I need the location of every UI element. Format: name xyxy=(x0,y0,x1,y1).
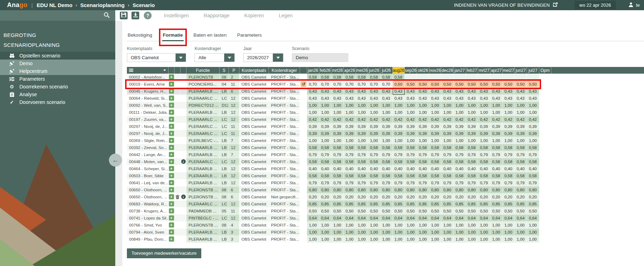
employee-name[interactable]: 00683 - Waldorp, R... xyxy=(127,200,168,208)
fte-cell-okt26[interactable]: 0,85 xyxy=(417,200,429,208)
fte-cell-mrt27[interactable]: 1,00 xyxy=(478,222,490,229)
fte-cell-jul27[interactable]: 0,50 xyxy=(527,208,539,215)
fte-cell-nov26[interactable]: 0,50 xyxy=(429,208,442,215)
fte-cell-dec26[interactable]: 0,58 xyxy=(441,158,454,165)
fte-cell-mrt27[interactable]: 0,50 xyxy=(478,81,490,88)
fte-cell-mei26[interactable]: 1,00 xyxy=(356,222,368,229)
fte-cell-dec26[interactable]: 1,00 xyxy=(441,222,454,229)
jaar-select[interactable]: 2026/2027 xyxy=(243,53,283,62)
fte-cell-jun27[interactable]: 0,79 xyxy=(515,179,527,186)
fte-cell-mrt27[interactable]: 1,00 xyxy=(478,236,490,243)
chevron-down-icon[interactable] xyxy=(176,54,186,62)
fte-cell-dec26[interactable]: 0,50 xyxy=(441,81,454,88)
fte-cell-jul27[interactable]: 1,00 xyxy=(527,137,539,144)
fte-cell-jul26[interactable]: 1,00 xyxy=(380,236,393,243)
fte-cell-jan26[interactable]: 0,64 xyxy=(307,215,319,222)
fte-cell-mrt27[interactable]: 0,40 xyxy=(478,165,490,172)
fte-cell-jul27[interactable]: 1,00 xyxy=(527,109,539,116)
tab-parameters[interactable]: Parameters xyxy=(237,30,263,41)
fte-cell-mei26[interactable]: 1,00 xyxy=(356,137,368,144)
fte-cell-jun27[interactable]: 1,00 xyxy=(515,109,527,116)
fte-cell-jun27[interactable]: 0,64 xyxy=(515,215,527,222)
fte-cell-apr27[interactable] xyxy=(490,74,503,81)
fte-cell-dec26[interactable]: 0,40 xyxy=(441,165,454,172)
fte-cell-nov26[interactable]: 0,50 xyxy=(429,81,442,88)
fte-cell-jan27[interactable]: 0,85 xyxy=(454,200,466,208)
fte-cell-sep26[interactable]: 0,50 xyxy=(405,81,417,88)
fte-cell-jul27[interactable]: 0,58 xyxy=(527,158,539,165)
feedback-link[interactable]: INDIENEN VAN VRAGEN OF BEVINDINGEN xyxy=(454,2,558,8)
menu-rapportage[interactable]: Rapportage xyxy=(204,13,229,18)
fte-cell-feb27[interactable] xyxy=(466,74,478,81)
fte-cell-mei26[interactable]: 0,79 xyxy=(356,179,368,186)
fte-cell-mei27[interactable]: 0,20 xyxy=(503,193,515,200)
fte-cell-mrt27[interactable]: 0,39 xyxy=(478,123,490,130)
fte-cell-sep26[interactable]: 0,64 xyxy=(405,215,417,222)
fte-cell-jul26[interactable]: 0,79 xyxy=(380,151,393,158)
fte-cell-jul27[interactable]: 0,80 xyxy=(527,186,539,193)
fte-cell-dec26[interactable]: 0,43 xyxy=(441,95,454,102)
fte-cell-apr26[interactable]: 0,58 xyxy=(344,144,356,151)
fte-cell-mrt26[interactable]: 0,43 xyxy=(331,95,344,102)
kostenplaats-select[interactable]: OBS Camelot xyxy=(127,53,186,62)
fte-cell-jul26[interactable]: 1,00 xyxy=(380,102,393,109)
fte-cell-mei27[interactable]: 1,00 xyxy=(503,222,515,229)
fte-cell-jan26[interactable]: 1,00 xyxy=(307,229,319,236)
fte-cell-jun26[interactable]: 0,42 xyxy=(368,116,380,123)
fte-cell-feb27[interactable]: 1,00 xyxy=(466,229,478,236)
fte-cell-mrt27[interactable]: 1,00 xyxy=(478,137,490,144)
fte-cell-nov26[interactable]: 1,00 xyxy=(429,109,442,116)
fte-cell-mrt26[interactable]: 0,64 xyxy=(331,215,344,222)
fte-cell-apr26[interactable]: 1,00 xyxy=(344,102,356,109)
fte-cell-sep26[interactable] xyxy=(405,74,417,81)
fte-cell-feb27[interactable]: 1,00 xyxy=(466,102,478,109)
fte-cell-sep26[interactable]: 0,40 xyxy=(405,165,417,172)
fte-cell-okt26[interactable]: 0,64 xyxy=(417,215,429,222)
fte-cell-nov26[interactable]: 1,00 xyxy=(429,137,442,144)
fte-cell-okt26[interactable]: 0,58 xyxy=(417,158,429,165)
fte-cell-apr27[interactable]: 1,00 xyxy=(490,137,503,144)
fte-cell-mei26[interactable]: 1,00 xyxy=(356,102,368,109)
fte-cell-jun26[interactable]: 0,43 xyxy=(368,88,380,95)
fte-cell-apr27[interactable]: 0,64 xyxy=(490,215,503,222)
employee-name[interactable]: 00111 - Dekker, Julia... xyxy=(127,109,168,116)
fte-cell-jun26[interactable]: 0,80 xyxy=(368,186,380,193)
fte-cell-apr27[interactable]: 0,58 xyxy=(490,172,503,179)
fte-cell-mrt27[interactable]: 0,80 xyxy=(478,186,490,193)
fte-cell-apr27[interactable]: 1,00 xyxy=(490,222,503,229)
fte-cell-jan26[interactable]: 0,43 xyxy=(307,95,319,102)
fte-cell-mrt27[interactable]: 0,79 xyxy=(478,179,490,186)
fte-cell-mei27[interactable]: 0,42 xyxy=(503,116,515,123)
fte-cell-apr26[interactable]: 0,42 xyxy=(344,116,356,123)
employee-name[interactable]: 00641 - Leij, van de... xyxy=(127,179,168,186)
fte-cell-jul27[interactable]: 0,85 xyxy=(527,200,539,208)
add-line-button[interactable]: + xyxy=(169,88,174,94)
fte-cell-nov26[interactable]: 0,80 xyxy=(429,186,442,193)
fte-cell-feb27[interactable]: 0,39 xyxy=(466,130,478,137)
fte-cell-jul26[interactable]: 0,58 xyxy=(380,74,393,81)
fte-cell-apr26[interactable]: 1,00 xyxy=(344,109,356,116)
fte-cell-dec26[interactable]: 1,00 xyxy=(441,229,454,236)
fte-cell-jan26[interactable]: 1,00 xyxy=(307,102,319,109)
fte-cell-aug26[interactable]: 1,00 xyxy=(393,236,405,243)
fte-cell-apr27[interactable]: 1,00 xyxy=(490,102,503,109)
fte-cell-mrt26[interactable]: 0,58 xyxy=(331,172,344,179)
fte-cell-feb27[interactable]: 0,50 xyxy=(466,208,478,215)
fte-cell-jul27[interactable]: 0,40 xyxy=(527,165,539,172)
tab-baten-en-lasten[interactable]: Baten en lasten xyxy=(193,30,227,41)
fte-cell-aug26[interactable]: 0,58 xyxy=(393,74,405,81)
fte-cell-apr26[interactable]: 0,58 xyxy=(344,158,356,165)
employee-name[interactable]: 00741 - Lopes da Sil... xyxy=(127,215,168,222)
fte-cell-feb26[interactable]: 0,64 xyxy=(319,215,332,222)
add-line-button[interactable]: + xyxy=(169,208,174,214)
fte-cell-sep26[interactable]: 0,79 xyxy=(405,179,417,186)
fte-cell-apr26[interactable]: 0,70 xyxy=(344,81,356,88)
fte-cell-okt26[interactable]: 0,20 xyxy=(417,193,429,200)
fte-cell-jan27[interactable]: 0,20 xyxy=(454,193,466,200)
fte-cell-dec26[interactable]: 0,79 xyxy=(441,179,454,186)
fte-cell-dec26[interactable]: 0,39 xyxy=(441,130,454,137)
fte-cell-aug26[interactable]: 0,58 xyxy=(393,172,405,179)
fte-cell-mrt26[interactable]: 0,79 xyxy=(331,179,344,186)
fte-cell-jul27[interactable]: 0,79 xyxy=(527,179,539,186)
fte-cell-jul26[interactable]: 1,00 xyxy=(380,109,393,116)
